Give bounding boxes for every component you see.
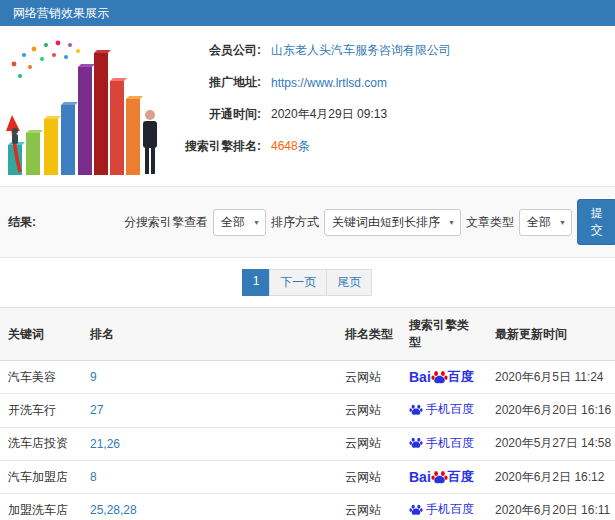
info-value[interactable]: https://www.lrtlsd.com	[271, 76, 387, 90]
keyword-cell: 加盟洗车店	[0, 494, 82, 520]
engine-select-value: 全部	[221, 214, 245, 231]
info-row: 会员公司: 山东老人头汽车服务咨询有限公司	[165, 42, 615, 59]
baidu-paw-icon	[409, 403, 423, 417]
top-header: 网络营销效果展示	[0, 0, 615, 26]
mobile-baidu-logo: 手机百度	[409, 435, 474, 452]
chevron-down-icon: ▼	[559, 219, 566, 226]
mobile-baidu-label: 手机百度	[426, 401, 474, 418]
baidu-logo-latin: Bai	[409, 369, 431, 385]
company-info-panel: 会员公司: 山东老人头汽车服务咨询有限公司 推广地址: https://www.…	[0, 26, 615, 186]
filter-bar: 结果: 分搜索引擎查看 全部 ▼ 排序方式 关键词由短到长排序 ▼ 文章类型 全…	[0, 186, 615, 258]
company-info-list: 会员公司: 山东老人头汽车服务咨询有限公司 推广地址: https://www.…	[165, 32, 615, 182]
info-value[interactable]: 山东老人头汽车服务咨询有限公司	[271, 42, 451, 59]
engine-cell: 手机百度	[401, 494, 487, 520]
rank-cell[interactable]: 25,28,28	[82, 494, 337, 520]
baidu-logo: Bai百度	[409, 468, 474, 486]
rank-cell[interactable]: 27	[82, 394, 337, 428]
rank-type-cell: 云网站	[337, 427, 401, 461]
info-label: 推广地址:	[165, 74, 261, 91]
info-row: 搜索引擎排名: 4648条	[165, 138, 615, 155]
update-time-cell: 2020年6月2日 16:12	[487, 461, 615, 494]
baidu-logo-cn: 百度	[448, 468, 474, 486]
page-number-current[interactable]: 1	[242, 269, 271, 296]
table-row: 汽车加盟店 8 云网站 Bai百度 2020年6月2日 16:12	[0, 461, 615, 494]
col-keyword: 关键词	[0, 308, 82, 361]
baidu-logo-latin: Bai	[409, 469, 431, 485]
update-time-cell: 2020年6月20日 16:11	[487, 494, 615, 520]
bar-chart-graphic	[0, 32, 165, 182]
rank-type-cell: 云网站	[337, 361, 401, 394]
col-update-time: 最新更新时间	[487, 308, 615, 361]
col-rank: 排名	[82, 308, 337, 361]
keyword-cell: 开洗车行	[0, 394, 82, 428]
table-row: 加盟洗车店 25,28,28 云网站 手机百度 2020年6月20日 16:11	[0, 494, 615, 520]
baidu-paw-icon	[409, 503, 423, 517]
result-label: 结果:	[8, 214, 36, 231]
sort-label: 排序方式	[271, 214, 319, 231]
table-row: 开洗车行 27 云网站 手机百度 2020年6月20日 16:16	[0, 394, 615, 428]
page-title: 网络营销效果展示	[13, 6, 109, 20]
engine-cell: Bai百度	[401, 461, 487, 494]
article-type-select[interactable]: 全部 ▼	[519, 209, 572, 236]
mobile-baidu-logo: 手机百度	[409, 401, 474, 418]
rank-cell[interactable]: 21,26	[82, 427, 337, 461]
update-time-cell: 2020年5月27日 14:58	[487, 427, 615, 461]
rank-type-cell: 云网站	[337, 394, 401, 428]
col-rank-type: 排名类型	[337, 308, 401, 361]
engine-cell: Bai百度	[401, 361, 487, 394]
mobile-baidu-label: 手机百度	[426, 501, 474, 518]
engine-cell: 手机百度	[401, 427, 487, 461]
baidu-paw-icon	[409, 436, 423, 450]
update-time-cell: 2020年6月5日 11:24	[487, 361, 615, 394]
rank-type-cell: 云网站	[337, 494, 401, 520]
filter-controls: 分搜索引擎查看 全部 ▼ 排序方式 关键词由短到长排序 ▼ 文章类型 全部 ▼ …	[124, 199, 615, 245]
small-person-figure	[12, 128, 18, 144]
info-value: 4648条	[271, 138, 310, 155]
rank-cell[interactable]: 9	[82, 361, 337, 394]
info-value: 2020年4月29日 09:13	[271, 106, 387, 123]
last-page-link[interactable]: 尾页	[326, 269, 372, 296]
mobile-baidu-label: 手机百度	[426, 435, 474, 452]
results-table: 关键词 排名 排名类型 搜索引擎类型 最新更新时间 汽车美容 9 云网站 Bai…	[0, 307, 615, 520]
bars	[8, 50, 143, 175]
keyword-cell: 汽车加盟店	[0, 461, 82, 494]
confetti-dots	[12, 41, 80, 78]
info-label: 搜索引擎排名:	[165, 138, 261, 155]
submit-button[interactable]: 提交	[577, 199, 615, 245]
table-row: 洗车店投资 21,26 云网站 手机百度 2020年5月27日 14:58	[0, 427, 615, 461]
chevron-down-icon: ▼	[253, 219, 260, 226]
bar-chart-illustration	[0, 32, 165, 182]
engine-filter-label: 分搜索引擎查看	[124, 214, 208, 231]
info-label: 会员公司:	[165, 42, 261, 59]
update-time-cell: 2020年6月20日 16:16	[487, 394, 615, 428]
engine-cell: 手机百度	[401, 394, 487, 428]
baidu-paw-icon	[431, 469, 448, 486]
info-row: 推广地址: https://www.lrtlsd.com	[165, 74, 615, 91]
pagination: 1 下一页 尾页	[0, 258, 615, 307]
col-engine-type: 搜索引擎类型	[401, 308, 487, 361]
chevron-down-icon: ▼	[448, 219, 455, 226]
table-row: 汽车美容 9 云网站 Bai百度 2020年6月5日 11:24	[0, 361, 615, 394]
info-row: 开通时间: 2020年4月29日 09:13	[165, 106, 615, 123]
article-type-select-value: 全部	[527, 214, 551, 231]
baidu-logo-cn: 百度	[448, 368, 474, 386]
rank-cell[interactable]: 8	[82, 461, 337, 494]
page: 网络营销效果展示	[0, 0, 615, 520]
info-value-suffix: 条	[298, 139, 310, 153]
next-page-link[interactable]: 下一页	[269, 269, 327, 296]
baidu-paw-icon	[431, 369, 448, 386]
engine-select[interactable]: 全部 ▼	[213, 209, 266, 236]
mobile-baidu-logo: 手机百度	[409, 501, 474, 518]
table-header: 关键词 排名 排名类型 搜索引擎类型 最新更新时间	[0, 308, 615, 361]
rank-type-cell: 云网站	[337, 461, 401, 494]
keyword-cell: 汽车美容	[0, 361, 82, 394]
businessman-figure	[143, 110, 157, 174]
sort-select-value: 关键词由短到长排序	[332, 214, 440, 231]
info-label: 开通时间:	[165, 106, 261, 123]
keyword-cell: 洗车店投资	[0, 427, 82, 461]
article-type-label: 文章类型	[466, 214, 514, 231]
sort-select[interactable]: 关键词由短到长排序 ▼	[324, 209, 461, 236]
baidu-logo: Bai百度	[409, 368, 474, 386]
